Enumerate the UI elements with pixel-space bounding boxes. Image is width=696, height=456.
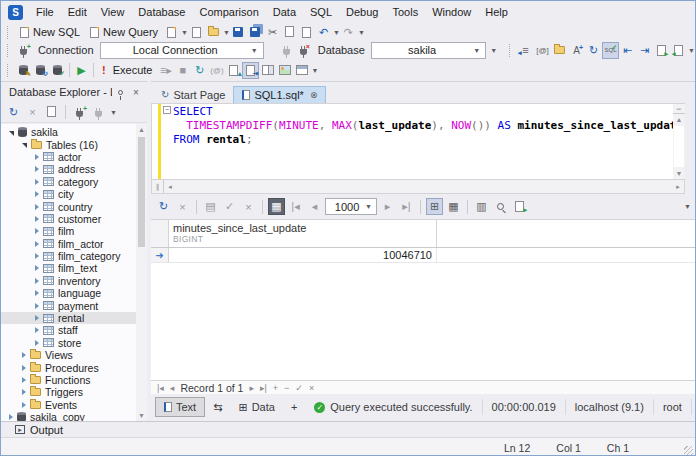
tree-item-language[interactable]: language [1,287,136,299]
new-document-button[interactable] [163,24,180,41]
database-combo-arrow[interactable]: ▼ [473,47,480,54]
column-header[interactable]: minutes_since_last_update BIGINT [169,220,437,247]
menu-window[interactable]: Window [425,2,478,22]
uppercase-button[interactable]: A+ [568,42,585,59]
stop-button[interactable]: ■ [174,62,191,79]
tree-item-actor[interactable]: actor [1,151,136,163]
scroll-up-icon[interactable]: ▲ [136,124,147,135]
results-pane-toggle[interactable]: ⇥ [242,62,259,79]
explorer-scrollbar[interactable]: ▲ ▼ [136,124,147,421]
connect-button[interactable] [278,42,295,59]
execute-button[interactable]: ! Execute [97,62,157,79]
scroll-right-icon[interactable]: ▸ [672,181,684,192]
menu-data[interactable]: Data [266,2,303,22]
window-button[interactable] [293,62,310,79]
expand-arrow-icon[interactable] [35,179,39,185]
outdent-button[interactable]: ⇤ [619,42,636,59]
scroll-down-icon[interactable]: ▼ [673,168,685,179]
tab-data-view[interactable]: ⊞ Data [230,397,282,417]
toolbar-grip[interactable] [7,64,10,77]
tree-item-views[interactable]: Views [1,349,136,361]
tree-item-sakila-copy[interactable]: sakila_copy [1,411,136,421]
prev-page-button[interactable]: ◂ [306,198,323,215]
scroll-thumb[interactable] [138,137,145,247]
redo-dropdown[interactable]: ▼ [358,29,365,36]
disconnect-button[interactable]: × [295,42,312,59]
tree-item-film[interactable]: film [1,225,136,237]
expand-arrow-icon[interactable] [9,414,13,420]
collapse-arrow-icon[interactable] [22,143,27,148]
expand-arrow-icon[interactable] [35,253,39,259]
grid-view-toggle[interactable]: ⊞ [426,198,443,215]
expand-arrow-icon[interactable] [35,290,39,296]
explorer-toolbar-overflow[interactable]: ▼ [110,109,117,116]
paste-button[interactable] [298,24,315,41]
page-size-combo[interactable]: 1000 ▼ [325,198,377,215]
close-icon[interactable]: × [129,85,143,99]
editor-code[interactable]: SELECT TIMESTAMPDIFF(MINUTE, MAX(last_up… [173,104,673,179]
save-button[interactable] [230,24,247,41]
results-refresh-button[interactable]: ↻ [155,198,172,215]
query-profiler-button[interactable] [276,62,293,79]
layout-button[interactable] [259,62,276,79]
tab-text-view[interactable]: Text [155,397,205,417]
expand-arrow-icon[interactable] [35,327,39,333]
check-database-button[interactable]: ✓ [49,62,66,79]
undo-dropdown[interactable]: ▼ [333,29,340,36]
edit-database-button[interactable]: ✎ [15,62,32,79]
undo-button[interactable]: ↶ [315,24,332,41]
format-sql-button[interactable]: ≡◂ [517,42,534,59]
expand-arrow-icon[interactable] [35,154,39,160]
copy-button[interactable] [281,24,298,41]
first-record-icon[interactable]: |◂ [157,383,164,393]
export-data-button[interactable]: ▸ [511,198,528,215]
database-combo[interactable]: sakila ▼ [371,42,486,59]
resize-grip[interactable] [684,446,693,455]
tree-item-events[interactable]: Events [1,399,136,411]
tab-sql1[interactable]: SQL1.sql* ⊗ [233,86,326,103]
menu-help[interactable]: Help [478,2,515,22]
tree-item-film-text[interactable]: film_text [1,262,136,274]
first-page-button[interactable]: |◂ [287,198,304,215]
collapse-arrow-icon[interactable] [9,131,14,136]
tree-item-film-category[interactable]: film_category [1,250,136,262]
connection-combo-arrow[interactable]: ▼ [251,47,258,54]
parameters-button[interactable]: (@) [208,62,225,79]
new-sql-button[interactable]: New SQL [15,24,85,41]
refresh-database-button[interactable]: ↻ [32,62,49,79]
sql-editor[interactable]: − SELECT TIMESTAMPDIFF(MINUTE, MAX(last_… [151,103,685,180]
split-handle-icon[interactable]: ═ [673,104,685,114]
explorer-new-connection-button[interactable]: + [71,104,88,121]
tree-item-payment[interactable]: payment [1,299,136,311]
redo-button[interactable]: ↷ [340,24,357,41]
expand-arrow-icon[interactable] [22,377,26,383]
expand-arrow-icon[interactable] [35,340,39,346]
tab-start-page[interactable]: ↻ Start Page [153,86,233,103]
tree-item-triggers[interactable]: Triggers [1,386,136,398]
menu-file[interactable]: File [29,2,61,22]
tree-item-category[interactable]: category [1,176,136,188]
expand-arrow-icon[interactable] [22,352,26,358]
split-handle-icon[interactable]: ∥ [152,180,164,193]
tree-item-customer[interactable]: customer [1,213,136,225]
expand-arrow-icon[interactable] [35,166,39,172]
tree-item-functions[interactable]: Functions [1,374,136,386]
tree-item-country[interactable]: country [1,200,136,212]
tree-item-sakila[interactable]: sakila [1,126,136,138]
cell-value[interactable]: 10046710 [169,248,437,262]
expand-arrow-icon[interactable] [22,365,26,371]
expand-arrow-icon[interactable] [35,315,39,321]
apply-changes-button[interactable]: ✓ [221,198,238,215]
menu-edit[interactable]: Edit [61,2,94,22]
snippet-button[interactable]: [@] [534,42,551,59]
new-item-button[interactable] [188,24,205,41]
connection-combo[interactable]: Local Connection ▼ [100,42,264,59]
new-connection-button[interactable]: + [15,42,32,59]
tree-item-rental[interactable]: rental [1,312,136,324]
explorer-delete-button[interactable]: × [24,104,41,121]
editor-hscrollbar[interactable]: ∥ ◂ ▸ [151,180,685,194]
next-record-icon[interactable]: ▸ [249,383,254,393]
last-page-button[interactable]: ▸| [398,198,415,215]
tree-item-procedures[interactable]: Procedures [1,361,136,373]
menu-comparison[interactable]: Comparison [192,2,265,22]
